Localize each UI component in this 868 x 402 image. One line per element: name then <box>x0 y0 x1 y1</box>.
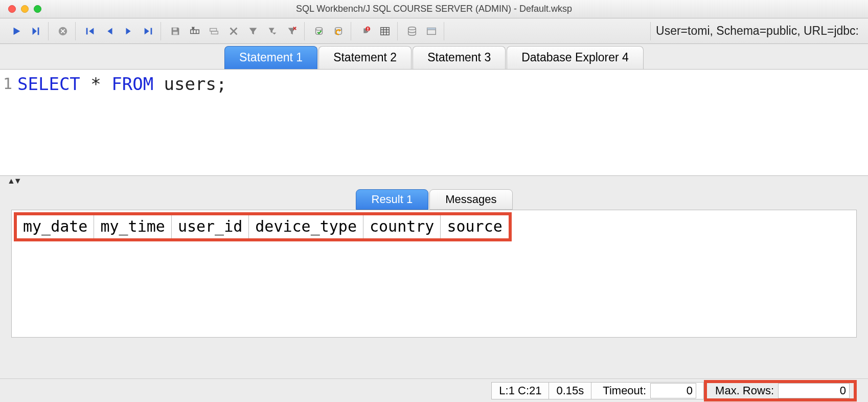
reconnect-icon <box>360 26 371 37</box>
column-header[interactable]: source <box>441 215 508 238</box>
tab-label: Statement 3 <box>427 51 491 64</box>
tab-label: Messages <box>445 193 496 206</box>
filter-clear-button[interactable] <box>283 23 301 39</box>
column-headers: my_date my_time user_id device_type coun… <box>14 212 512 241</box>
statusbar: L:1 C:21 0.15s Timeout: Max. Rows: <box>0 378 868 402</box>
sql-token: SELECT <box>17 74 80 94</box>
tab-statement-3[interactable]: Statement 3 <box>413 46 506 69</box>
insert-row-icon <box>189 26 200 37</box>
insert-row-button[interactable] <box>186 23 204 39</box>
database-button[interactable] <box>403 23 421 39</box>
tab-label: Result 1 <box>372 193 413 206</box>
svg-point-15 <box>408 27 416 30</box>
toolbar: User=tomi, Schema=public, URL=jdbc: <box>0 18 868 44</box>
titlebar: SQL Workbench/J SQL COURSE SERVER (ADMIN… <box>0 0 868 18</box>
svg-rect-4 <box>173 28 176 30</box>
column-header[interactable]: country <box>363 215 441 238</box>
tab-label: Database Explorer 4 <box>521 51 629 64</box>
max-rows-input[interactable] <box>778 383 850 398</box>
copy-row-button[interactable] <box>205 23 223 39</box>
statement-tabs: Statement 1 Statement 2 Statement 3 Data… <box>0 44 868 70</box>
tab-label: Statement 2 <box>333 51 397 64</box>
delete-row-icon <box>228 26 239 37</box>
stop-icon <box>57 26 68 37</box>
database-icon <box>406 26 418 37</box>
tab-result-1[interactable]: Result 1 <box>356 189 429 210</box>
run-to-cursor-icon <box>30 26 41 37</box>
column-header[interactable]: user_id <box>172 215 249 238</box>
timeout-label: Timeout: <box>599 384 650 397</box>
first-record-button[interactable] <box>81 23 99 39</box>
column-header[interactable]: my_date <box>17 215 94 238</box>
svg-rect-7 <box>210 28 217 31</box>
svg-rect-6 <box>191 30 199 33</box>
rollback-icon <box>333 26 344 37</box>
next-record-icon <box>123 26 134 37</box>
next-record-button[interactable] <box>120 23 138 39</box>
save-button[interactable] <box>166 23 185 39</box>
svg-point-9 <box>316 27 323 30</box>
grid-button[interactable] <box>376 23 394 39</box>
db-explorer-icon <box>426 26 437 37</box>
pane-splitter[interactable]: ▲▼ <box>0 176 868 186</box>
tab-statement-1[interactable]: Statement 1 <box>224 46 317 69</box>
filter-dropdown-button[interactable] <box>263 23 282 39</box>
timeout-input[interactable] <box>650 383 696 398</box>
window-title: SQL Workbench/J SQL COURSE SERVER (ADMIN… <box>0 4 868 14</box>
svg-rect-12 <box>368 27 369 29</box>
filter-clear-icon <box>286 26 298 37</box>
svg-rect-0 <box>38 27 39 35</box>
last-record-icon <box>143 26 154 37</box>
svg-rect-3 <box>151 28 152 34</box>
tab-statement-2[interactable]: Statement 2 <box>318 46 412 69</box>
sql-code[interactable]: SELECT * FROM users; <box>14 73 230 172</box>
max-rows-label: Max. Rows: <box>711 384 778 397</box>
filter-dropdown-icon <box>267 26 278 37</box>
svg-rect-5 <box>173 31 177 34</box>
stop-button[interactable] <box>54 23 72 39</box>
run-to-cursor-button[interactable] <box>27 23 45 39</box>
svg-rect-13 <box>368 30 369 31</box>
tab-messages[interactable]: Messages <box>429 189 512 210</box>
tab-database-explorer[interactable]: Database Explorer 4 <box>507 46 644 69</box>
delete-row-button[interactable] <box>224 23 243 39</box>
db-explorer-button[interactable] <box>422 23 441 39</box>
prev-record-icon <box>104 26 115 37</box>
column-header[interactable]: device_type <box>249 215 363 238</box>
prev-record-button[interactable] <box>100 23 119 39</box>
commit-icon <box>313 26 325 37</box>
line-number: 1 <box>0 75 12 93</box>
grid-icon <box>379 26 391 37</box>
splitter-icon: ▲▼ <box>7 176 20 186</box>
max-rows-highlight: Max. Rows: <box>704 380 857 401</box>
filter-button[interactable] <box>244 23 262 39</box>
rollback-button[interactable] <box>329 23 348 39</box>
timeout-cell: Timeout: <box>591 382 704 399</box>
line-gutter: 1 <box>0 73 14 172</box>
commit-button[interactable] <box>310 23 328 39</box>
sql-editor[interactable]: 1 SELECT * FROM users; <box>0 70 868 176</box>
result-pane: Result 1 Messages my_date my_time user_i… <box>0 186 868 338</box>
reconnect-button[interactable] <box>356 23 375 39</box>
copy-row-icon <box>209 26 220 37</box>
svg-rect-17 <box>427 28 436 30</box>
sql-token: FROM <box>111 74 153 94</box>
first-record-icon <box>84 26 96 37</box>
result-tabs: Result 1 Messages <box>11 190 857 210</box>
svg-rect-14 <box>381 27 390 35</box>
sql-token: users; <box>153 74 226 94</box>
cursor-position: L:1 C:21 <box>491 382 549 399</box>
elapsed-time: 0.15s <box>549 382 591 399</box>
tab-label: Statement 1 <box>239 51 303 64</box>
connection-info: User=tomi, Schema=public, URL=jdbc: <box>650 22 864 40</box>
save-icon <box>170 26 181 37</box>
svg-rect-8 <box>212 31 218 34</box>
result-grid[interactable]: my_date my_time user_id device_type coun… <box>11 210 857 338</box>
sql-token: * <box>80 74 111 94</box>
column-header[interactable]: my_time <box>94 215 171 238</box>
run-icon <box>11 26 22 37</box>
filter-icon <box>247 26 259 37</box>
run-button[interactable] <box>7 23 26 39</box>
svg-rect-2 <box>86 28 88 34</box>
last-record-button[interactable] <box>139 23 157 39</box>
